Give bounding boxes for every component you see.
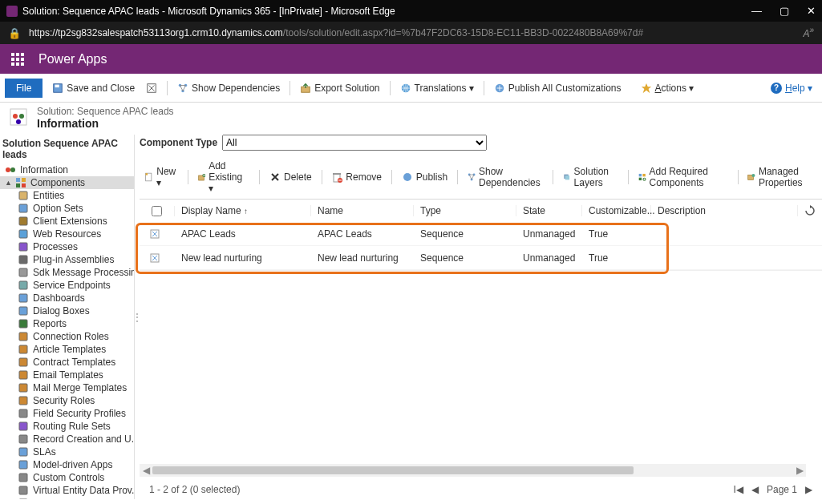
scroll-left-icon[interactable]: ◀ [140,464,152,477]
svg-rect-28 [19,192,27,200]
sidebar-item-reports[interactable]: Reports [0,317,134,330]
tree-item-icon [18,498,29,499]
sidebar-item-entities[interactable]: Entities [0,189,134,202]
cell-customizable: True [582,228,651,240]
new-button[interactable]: New ▾ [140,164,183,190]
translations-button[interactable]: Translations ▾ [397,81,477,95]
delete-button[interactable]: Delete [265,170,317,184]
sidebar-item-web-resources[interactable]: Web Resources [0,228,134,240]
window-close-icon[interactable]: ✕ [807,5,816,17]
dependencies-icon [468,171,476,183]
sidebar-item-label: Contract Templates [33,357,115,368]
sidebar-item-service-endpoints[interactable]: Service Endpoints [0,279,134,292]
sidebar-item-virtual-entity-data-prov[interactable]: Virtual Entity Data Prov... [0,484,134,497]
grid-show-dependencies-button[interactable]: Show Dependencies [463,164,549,190]
column-header-display-name[interactable]: Display Name ↑ [175,205,311,216]
close-button[interactable] [143,81,160,95]
sidebar-item-record-creation-and-u[interactable]: Record Creation and U... [0,433,134,446]
table-row[interactable]: APAC LeadsAPAC LeadsSequenceUnmanagedTru… [140,222,822,246]
url[interactable]: https://tp2sg832salespatch53113org1.crm1… [29,27,643,38]
column-header-type[interactable]: Type [414,205,516,216]
sidebar-item-security-roles[interactable]: Security Roles [0,394,134,407]
sidebar-item-option-sets[interactable]: Option Sets [0,202,134,215]
sidebar-item-contract-templates[interactable]: Contract Templates [0,356,134,369]
window-title: Solution: Sequence APAC leads - Microsof… [22,6,751,17]
component-type-select[interactable]: All [222,135,487,151]
svg-point-61 [403,173,411,181]
add-required-components-button[interactable]: Add Required Components [634,164,733,190]
browser-address-bar: 🔒 https://tp2sg832salespatch53113org1.cr… [0,22,822,44]
column-header-state[interactable]: State [516,205,582,216]
prev-page-button[interactable]: ◀ [751,484,759,495]
sidebar-item-client-extensions[interactable]: Client Extensions [0,215,134,228]
sidebar-item-components[interactable]: ▲ Components [0,176,134,189]
sidebar-item-article-templates[interactable]: Article Templates [0,343,134,356]
save-and-close-button[interactable]: Save and Close [49,81,138,95]
site-info-icon[interactable]: 🔒 [8,27,21,39]
svg-point-72 [752,174,755,177]
publish-icon [402,171,413,183]
publish-all-button[interactable]: Publish All Customizations [491,81,625,95]
tree-item-icon [18,472,29,483]
file-tab[interactable]: File [5,79,43,98]
window-maximize-icon[interactable]: ▢ [779,5,789,17]
sidebar-item-processes[interactable]: Processes [0,240,134,253]
column-header-customizable[interactable]: Customizable... [582,205,651,216]
help-icon: ? [771,83,782,94]
publish-button[interactable]: Publish [397,170,452,184]
sidebar-item-plug-in-assemblies[interactable]: Plug-in Assemblies [0,253,134,266]
next-page-button[interactable]: ▶ [805,484,812,495]
solution-layers-button[interactable]: Solution Layers [558,164,623,190]
sidebar-item-label: Dialog Boxes [33,305,90,317]
scroll-thumb[interactable] [152,466,634,474]
sidebar-item-dialog-boxes[interactable]: Dialog Boxes [0,304,134,317]
tree-item-icon [18,344,29,355]
tree-item-icon [18,305,29,317]
grid-status-text: 1 - 2 of 2 (0 selected) [149,484,240,495]
help-button[interactable]: ? Help ▾ [771,83,822,94]
table-row[interactable]: New lead nurturingNew lead nurturingSequ… [140,246,822,270]
sidebar-item-virtual-entity-data-sour[interactable]: Virtual Entity Data Sour... [0,497,134,499]
column-header-name[interactable]: Name [311,205,414,216]
sidebar-item-connection-roles[interactable]: Connection Roles [0,330,134,343]
sidebar-item-custom-controls[interactable]: Custom Controls [0,471,134,484]
sidebar-item-label: Service Endpoints [33,280,111,291]
sequence-icon [149,228,160,240]
tree-item-icon [18,485,29,496]
sidebar-item-slas[interactable]: SLAs [0,446,134,458]
app-launcher-button[interactable] [0,44,35,74]
scroll-right-icon[interactable]: ▶ [793,464,806,477]
first-page-button[interactable]: I◀ [734,484,743,495]
tree-item-icon [18,203,29,214]
chevron-down-icon: ▾ [808,83,812,94]
remove-button[interactable]: Remove [326,170,387,184]
horizontal-scrollbar[interactable]: ◀ ▶ [140,464,806,477]
save-and-close-label: Save and Close [67,83,135,94]
export-solution-button[interactable]: Export Solution [297,81,383,95]
refresh-button[interactable] [798,204,822,217]
sidebar-item-sdk-message-processin[interactable]: Sdk Message Processin... [0,266,134,279]
select-all-checkbox[interactable] [152,206,162,216]
collapse-icon[interactable]: ▲ [5,179,11,187]
sidebar-item-information[interactable]: Information [0,163,134,176]
sidebar-item-label: Entities [33,190,64,201]
read-aloud-icon[interactable]: A» [803,26,814,40]
sidebar-item-mail-merge-templates[interactable]: Mail Merge Templates [0,381,134,394]
sidebar-item-label: Option Sets [33,203,83,214]
sidebar-item-routing-rule-sets[interactable]: Routing Rule Sets [0,420,134,433]
svg-rect-2 [21,53,24,56]
svg-rect-3 [11,58,14,61]
column-header-description[interactable]: Description [651,205,798,216]
sidebar-item-dashboards[interactable]: Dashboards [0,292,134,304]
sidebar-item-model-driven-apps[interactable]: Model-driven Apps [0,458,134,471]
tree-item-icon [18,292,29,304]
actions-button[interactable]: Actions ▾ [638,81,698,95]
scroll-track[interactable] [152,464,793,477]
managed-properties-button[interactable]: Managed Properties [743,164,822,190]
sidebar-item-field-security-profiles[interactable]: Field Security Profiles [0,407,134,420]
sidebar-item-email-templates[interactable]: Email Templates [0,369,134,381]
add-existing-button[interactable]: Add Existing ▾ [193,159,255,196]
window-minimize-icon[interactable]: — [751,5,762,17]
refresh-icon [804,204,816,217]
show-dependencies-button[interactable]: Show Dependencies [174,81,283,95]
